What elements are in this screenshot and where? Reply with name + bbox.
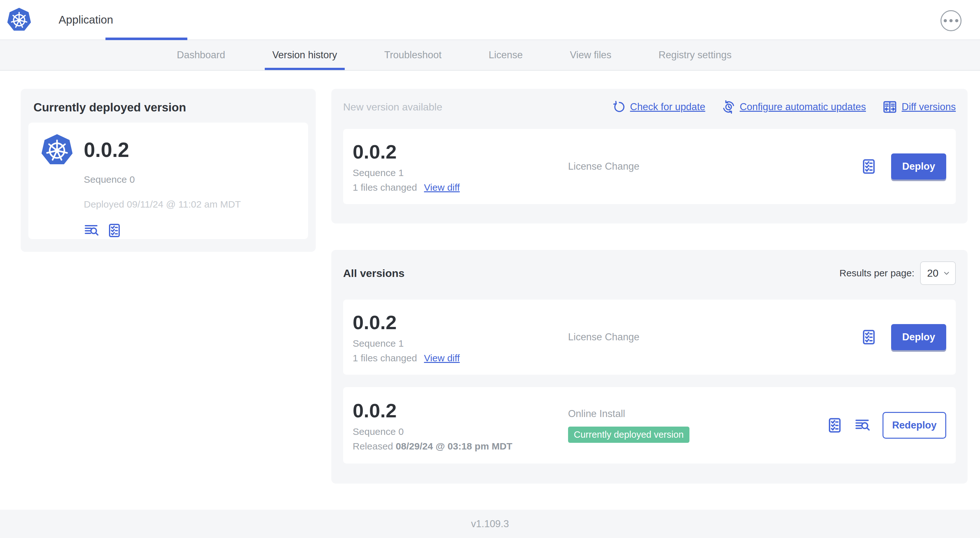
currently-deployed-card: 0.0.2 Sequence 0 Deployed 09/11/24 @ 11:… [29, 122, 308, 239]
chevron-down-icon [942, 269, 951, 277]
files-changed-count: 1 files changed [353, 353, 417, 363]
version-released-timestamp: Released 08/29/24 @ 03:18 pm MDT [353, 441, 568, 452]
new-version-panel: New version available Check for update C… [331, 89, 967, 224]
tab-registry-settings[interactable]: Registry settings [651, 40, 739, 70]
version-number: 0.0.2 [353, 140, 568, 163]
results-per-page-label: Results per page: [840, 268, 914, 279]
version-number: 0.0.2 [353, 311, 568, 333]
all-versions-panel: All versions Results per page: 20 0.0.2 … [331, 250, 967, 484]
kubernetes-logo-icon [7, 8, 31, 32]
new-version-row: 0.0.2 Sequence 1 1 files changed View di… [343, 129, 956, 204]
diff-icon [883, 100, 897, 114]
deployed-sequence: Sequence 0 [84, 174, 295, 185]
section-nav: Dashboard Version history Troubleshoot L… [0, 40, 980, 71]
version-row: 0.0.2 Sequence 0 Released 08/29/24 @ 03:… [343, 387, 956, 463]
preflight-checklist-icon[interactable] [107, 222, 122, 238]
currently-deployed-title: Currently deployed version [33, 101, 308, 114]
configure-automatic-updates-link[interactable]: Configure automatic updates [722, 100, 866, 114]
deploy-button[interactable]: Deploy [891, 154, 946, 179]
diff-versions-link[interactable]: Diff versions [883, 100, 956, 114]
deploy-logs-icon[interactable] [84, 222, 100, 238]
ellipsis-icon [944, 19, 947, 22]
view-diff-link[interactable]: View diff [424, 353, 460, 363]
console-version: v1.109.3 [471, 518, 509, 530]
deploy-logs-icon[interactable] [854, 417, 871, 433]
deployed-version-number: 0.0.2 [84, 138, 129, 162]
active-app-underline [105, 38, 187, 40]
deploy-button[interactable]: Deploy [891, 324, 946, 350]
app-title: Application [59, 13, 113, 26]
tab-license[interactable]: License [481, 40, 530, 70]
kots-admin-console: Application Dashboard Version history Tr… [0, 0, 980, 538]
preflight-checklist-icon[interactable] [826, 417, 843, 434]
check-for-update-label: Check for update [630, 101, 705, 113]
version-source: Online Install [568, 408, 625, 420]
released-label: Released [353, 441, 393, 451]
ellipsis-icon [950, 19, 953, 22]
deployed-timestamp: Deployed 09/11/24 @ 11:02 am MDT [84, 199, 295, 210]
results-per-page-value: 20 [927, 267, 939, 279]
preflight-checklist-icon[interactable] [861, 158, 877, 175]
version-source: License Change [568, 332, 640, 343]
results-per-page-select[interactable]: 20 [920, 261, 956, 285]
more-menu-button[interactable] [940, 10, 961, 31]
ellipsis-icon [955, 19, 958, 22]
app-header: Application [0, 0, 980, 40]
files-changed-count: 1 files changed [353, 182, 417, 193]
tab-troubleshoot[interactable]: Troubleshoot [377, 40, 449, 70]
currently-deployed-panel: Currently deployed version 0.0.2 Sequenc… [21, 89, 316, 252]
refresh-icon [613, 101, 626, 113]
new-version-heading: New version available [343, 101, 442, 113]
version-sequence: Sequence 1 [353, 167, 568, 178]
preflight-checklist-icon[interactable] [861, 329, 877, 346]
kubernetes-logo-icon [41, 134, 73, 166]
configure-automatic-updates-label: Configure automatic updates [740, 101, 866, 113]
console-footer: v1.109.3 [0, 509, 980, 538]
tab-version-history[interactable]: Version history [265, 40, 345, 70]
version-sequence: Sequence 0 [353, 426, 568, 437]
version-history-page: Currently deployed version 0.0.2 Sequenc… [0, 71, 980, 509]
tab-dashboard[interactable]: Dashboard [169, 40, 233, 70]
version-sequence: Sequence 1 [353, 338, 568, 349]
check-for-update-link[interactable]: Check for update [613, 101, 705, 113]
released-date: 08/29/24 @ 03:18 pm MDT [396, 441, 512, 451]
version-source: License Change [568, 161, 640, 172]
app-title-tab[interactable]: Application [59, 0, 113, 40]
redeploy-button[interactable]: Redeploy [883, 412, 946, 439]
version-row: 0.0.2 Sequence 1 1 files changed View di… [343, 300, 956, 375]
all-versions-heading: All versions [343, 267, 405, 279]
auto-update-clock-icon [722, 100, 735, 114]
tab-view-files[interactable]: View files [562, 40, 619, 70]
view-diff-link[interactable]: View diff [424, 182, 460, 193]
currently-deployed-badge: Currently deployed version [568, 427, 689, 443]
diff-versions-label: Diff versions [902, 101, 956, 113]
version-number: 0.0.2 [353, 399, 568, 422]
